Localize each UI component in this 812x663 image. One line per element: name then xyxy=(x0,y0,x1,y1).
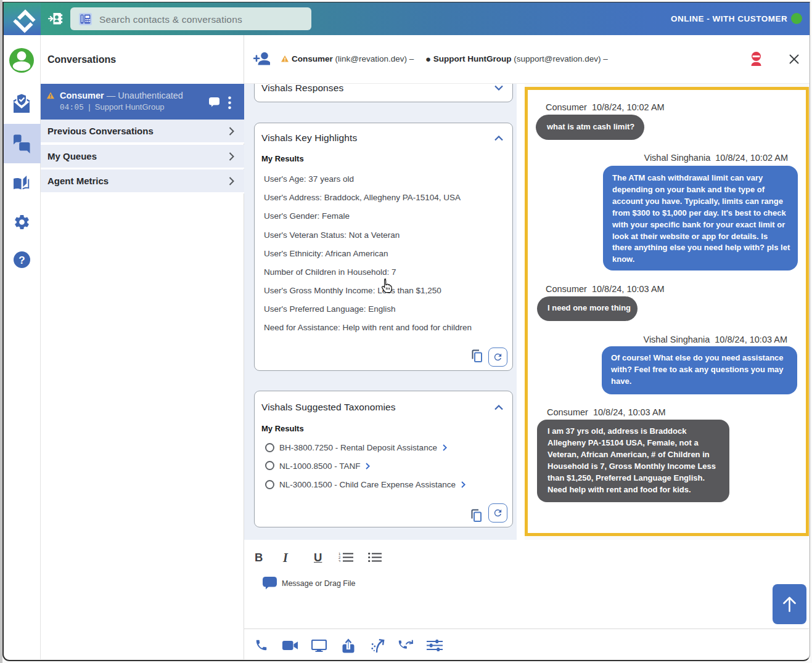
svg-text:?: ? xyxy=(18,254,25,266)
svg-text:3: 3 xyxy=(338,559,341,563)
